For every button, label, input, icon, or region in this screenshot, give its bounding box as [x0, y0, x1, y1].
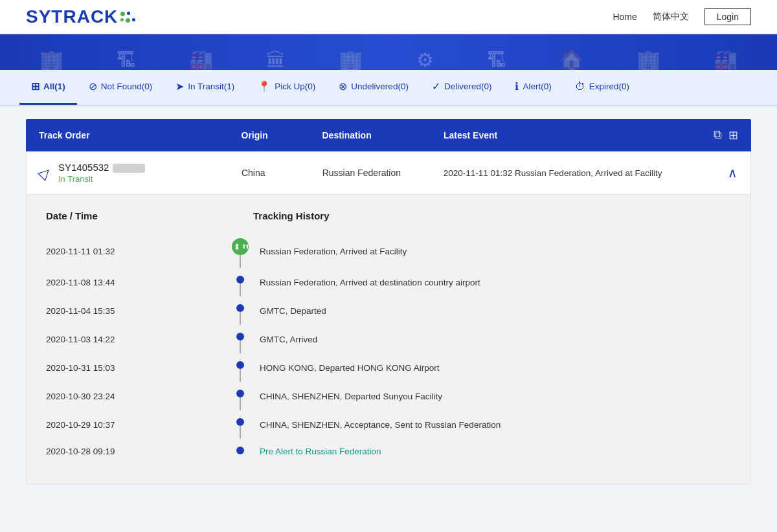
logo-dot-5 [132, 18, 135, 21]
col-destination: Destination [322, 130, 444, 140]
banner-building-1: 🏢 [39, 50, 63, 70]
timeline-dot-3 [236, 333, 244, 340]
event-datetime-6: 2020-10-29 10:37 [46, 410, 227, 439]
banner-building-5: 🏢 [339, 50, 363, 70]
timeline-line-2 [240, 312, 241, 325]
event-text-3: GMTC, Arrived [253, 325, 731, 353]
order-summary[interactable]: ▷ SY1405532 In Transit China Russian Fed… [27, 151, 750, 194]
copy-icon-1[interactable]: ⧉ [714, 128, 722, 142]
copy-icon-2[interactable]: ⊞ [728, 128, 738, 142]
logo: SYTRACK [26, 6, 135, 27]
col-track-order: Track Order [39, 130, 242, 140]
tracking-date-header: Date / Time [46, 210, 227, 221]
event-text-4: HONG KONG, Departed HONG KONG Airport [253, 353, 731, 382]
col-origin: Origin [242, 130, 322, 140]
tracking-timeline-header-spacer [227, 210, 253, 234]
tab-all[interactable]: ⊞ All(1) [19, 70, 77, 105]
banner-building-9: 🏢 [636, 50, 660, 70]
header-action-icons: ⧉ ⊞ [686, 128, 738, 142]
order-destination: Russian Federation [322, 168, 444, 178]
header: SYTRACK Home 简体中文 Login [0, 0, 777, 34]
tab-undelivered[interactable]: ⊗ Undelivered(0) [327, 70, 420, 105]
expand-button[interactable]: ∧ [686, 165, 738, 181]
banner-building-10: 🏭 [714, 50, 738, 70]
tab-expired[interactable]: ⏱ Expired(0) [563, 70, 641, 105]
timeline-line-0 [240, 255, 241, 268]
order-id: SY1405532 [58, 162, 109, 173]
timeline-dot-active [232, 238, 249, 255]
order-status: In Transit [58, 174, 145, 184]
event-text-7: Pre Alert to Russian Federation [253, 439, 731, 464]
event-datetime-5: 2020-10-30 23:24 [46, 382, 227, 410]
logo-dot-1 [120, 12, 125, 16]
tab-expired-label: Expired(0) [589, 82, 629, 91]
tab-undelivered-label: Undelivered(0) [351, 82, 409, 91]
timeline-line-1 [240, 283, 241, 296]
banner-icons: 🏢 🏗 🏭 🏛 🏢 ⚙ 🏗 🏠 🏢 🏭 [0, 34, 777, 70]
event-text-5: CHINA, SHENZHEN, Departed Sunyou Facilit… [253, 382, 731, 410]
event-datetime-0: 2020-11-11 01:32 [46, 234, 227, 268]
timeline-node-2 [227, 296, 253, 325]
tab-delivered[interactable]: ✓ Delivered(0) [420, 70, 504, 105]
col-latest-event: Latest Event [444, 130, 686, 140]
banner-building-6: ⚙ [416, 50, 434, 70]
tabs-section: ⊞ All(1) ⊘ Not Found(0) ➤ In Transit(1) … [0, 70, 777, 106]
banner-building-7: 🏗 [487, 50, 506, 70]
delivered-icon: ✓ [432, 80, 440, 93]
main-content: Track Order Origin Destination Latest Ev… [19, 119, 758, 484]
logo-dot-3 [120, 18, 124, 21]
timeline-line-3 [240, 340, 241, 353]
timeline-node-7 [227, 439, 253, 464]
banner-building-4: 🏛 [266, 50, 286, 70]
pick-up-icon: 📍 [258, 80, 271, 93]
timeline-dot-6 [236, 418, 244, 426]
timeline-line-6 [240, 426, 241, 439]
event-datetime-4: 2020-10-31 15:03 [46, 353, 227, 382]
undelivered-icon: ⊗ [339, 80, 347, 93]
banner: 🏢 🏗 🏭 🏛 🏢 ⚙ 🏗 🏠 🏢 🏭 [0, 34, 777, 70]
table-header: Track Order Origin Destination Latest Ev… [26, 119, 751, 151]
tracking-detail: Date / Time Tracking History 2020-11-11 … [27, 194, 750, 483]
not-found-icon: ⊘ [89, 80, 97, 93]
tab-pick-up[interactable]: 📍 Pick Up(0) [246, 70, 327, 105]
timeline-dot-4 [236, 361, 244, 369]
logo-dot-2 [127, 12, 130, 15]
tracking-table: Date / Time Tracking History 2020-11-11 … [46, 210, 731, 464]
tabs: ⊞ All(1) ⊘ Not Found(0) ➤ In Transit(1) … [19, 70, 758, 105]
lang-link[interactable]: 简体中文 [653, 11, 689, 23]
event-text-0: Russian Federation, Arrived at Facility [253, 234, 731, 268]
order-id-row: SY1405532 [58, 162, 145, 173]
tab-not-found[interactable]: ⊘ Not Found(0) [77, 70, 164, 105]
timeline-dot-7 [236, 447, 244, 454]
transit-arrow-icon: ▷ [35, 163, 54, 183]
event-text-2: GMTC, Departed [253, 296, 731, 325]
tracking-history-header: Tracking History [253, 210, 731, 221]
event-datetime-3: 2020-11-03 14:22 [46, 325, 227, 353]
login-button[interactable]: Login [704, 8, 751, 25]
logo-dots [120, 12, 135, 23]
order-id-section: ▷ SY1405532 In Transit [39, 162, 242, 184]
tab-alert[interactable]: ℹ Alert(0) [503, 70, 563, 105]
timeline-dot-5 [236, 390, 244, 397]
tab-pick-up-label: Pick Up(0) [275, 82, 315, 91]
timeline-node-5 [227, 382, 253, 410]
expired-icon: ⏱ [575, 81, 585, 93]
order-id-blurred [113, 164, 145, 173]
home-link[interactable]: Home [613, 12, 636, 22]
order-row: ▷ SY1405532 In Transit China Russian Fed… [26, 151, 751, 484]
order-latest-event: 2020-11-11 01:32 Russian Federation, Arr… [444, 168, 686, 178]
timeline-node-1 [227, 268, 253, 296]
tab-in-transit-label: In Transit(1) [188, 82, 234, 91]
tab-alert-label: Alert(0) [523, 82, 551, 91]
logo-text: SYTRACK [26, 6, 118, 27]
order-origin: China [242, 168, 322, 178]
event-datetime-7: 2020-10-28 09:19 [46, 439, 227, 464]
timeline-node-6 [227, 410, 253, 439]
banner-building-2: 🏗 [117, 50, 136, 70]
alert-icon: ℹ [515, 80, 519, 93]
banner-building-3: 🏭 [189, 50, 213, 70]
timeline-node-0 [227, 234, 253, 268]
tab-in-transit[interactable]: ➤ In Transit(1) [164, 70, 246, 105]
timeline-dot-1 [236, 276, 244, 283]
timeline-line-4 [240, 369, 241, 382]
